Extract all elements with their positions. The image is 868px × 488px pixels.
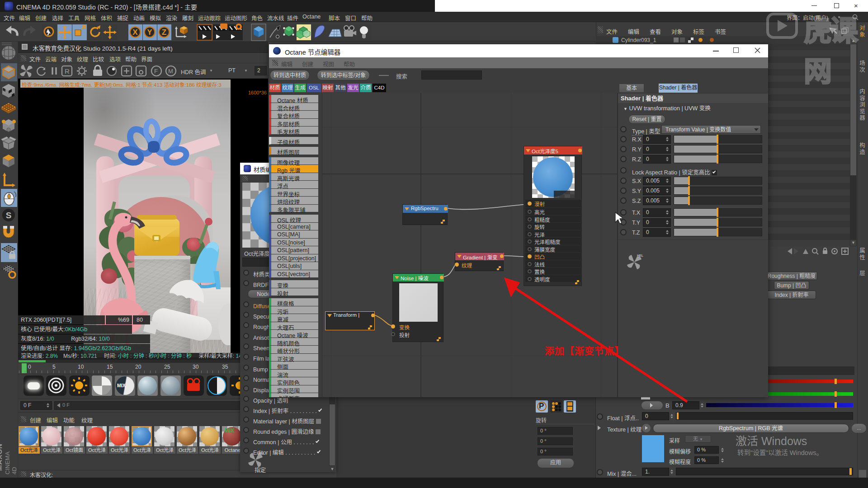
svg-text:R: R bbox=[65, 67, 70, 75]
svg-text:Z: Z bbox=[162, 28, 166, 37]
svg-text:S: S bbox=[6, 211, 12, 220]
svg-text:X: X bbox=[132, 28, 138, 37]
svg-text:Y: Y bbox=[147, 28, 152, 37]
svg-text:F: F bbox=[154, 68, 158, 75]
svg-text:M: M bbox=[168, 68, 173, 75]
svg-text:HELP: HELP bbox=[637, 254, 643, 257]
svg-text:HELP: HELP bbox=[258, 452, 264, 455]
